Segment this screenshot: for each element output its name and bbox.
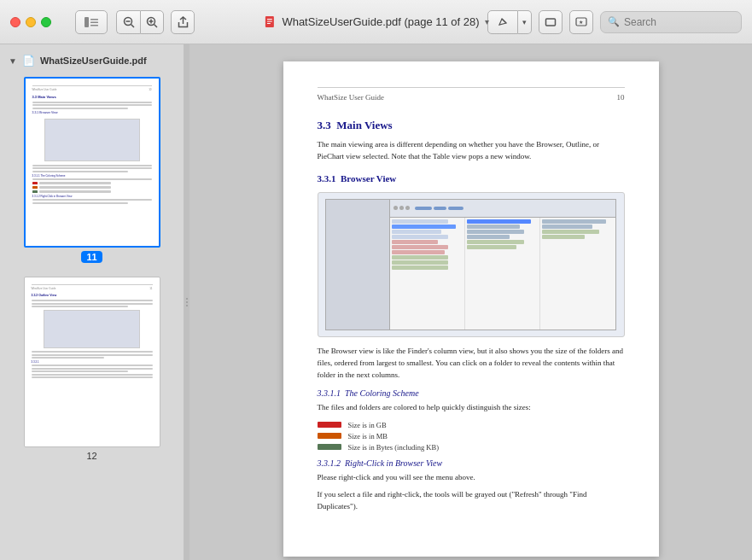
close-button[interactable]: [10, 17, 20, 27]
page-badge-11: 11: [81, 251, 102, 263]
svg-rect-0: [85, 17, 89, 27]
svg-rect-13: [266, 20, 271, 21]
sidebar-file-header[interactable]: ▼ 📄 WhatSizeUserGuide.pdf: [3, 51, 180, 70]
section-3-3-1-1-body: The files and folders are colored to hel…: [318, 402, 625, 414]
thumb-img-11: WhatSize User Guide 10 3.3 Main Views 3.…: [24, 77, 160, 248]
color-block-gb: [318, 422, 341, 428]
rectangle-tool-button[interactable]: [539, 10, 563, 34]
section-3-3-1-heading: 3.3.1 Browser View: [318, 173, 625, 184]
thumbnail-page-11[interactable]: WhatSize User Guide 10 3.3 Main Views 3.…: [3, 73, 180, 266]
footer-right: 10: [617, 93, 625, 102]
color-block-bytes: [318, 444, 341, 450]
svg-rect-1: [90, 19, 98, 20]
sidebar: ▼ 📄 WhatSizeUserGuide.pdf WhatSize User …: [0, 44, 184, 560]
share-button[interactable]: [171, 10, 195, 34]
toolbar-right: ▾ ★ 🔍: [487, 10, 742, 34]
page-content-area[interactable]: WhatSize User Guide 10 3.3 Main Views Th…: [189, 44, 752, 560]
color-label-gb: Size is in GB: [348, 421, 387, 429]
sidebar-doc-icon: 📄: [22, 55, 35, 67]
svg-line-8: [154, 24, 158, 27]
zoom-controls: [116, 10, 164, 34]
main-content: ▼ 📄 WhatSizeUserGuide.pdf WhatSize User …: [0, 44, 752, 560]
svg-rect-3: [90, 25, 98, 26]
color-row-bytes: Size is in Bytes (including KB): [318, 443, 625, 452]
pdf-page: WhatSize User Guide 10 3.3 Main Views Th…: [283, 61, 659, 557]
zoom-out-button[interactable]: [116, 10, 140, 34]
color-label-mb: Size is in MB: [348, 432, 388, 440]
svg-line-5: [131, 24, 134, 27]
svg-rect-2: [90, 21, 98, 23]
color-scheme: Size is in GB Size is in MB Size is in B…: [318, 421, 625, 452]
footer-left: WhatSize User Guide: [318, 93, 384, 102]
titlebar: WhatSizeUserGuide.pdf (page 11 of 28) ▾ …: [0, 0, 752, 44]
color-row-gb: Size is in GB: [318, 421, 625, 429]
thumbnail-list: WhatSize User Guide 10 3.3 Main Views 3.…: [3, 70, 180, 468]
search-input[interactable]: [624, 16, 726, 28]
minimize-button[interactable]: [26, 17, 36, 27]
sidebar-collapse-arrow: ▼: [9, 56, 17, 66]
title-caret[interactable]: ▾: [485, 17, 489, 26]
section-3-3-heading: 3.3 Main Views: [318, 119, 625, 132]
section-3-3-1-1-heading: 3.3.1.1 The Coloring Scheme: [318, 388, 625, 398]
window-title-area: WhatSizeUserGuide.pdf (page 11 of 28) ▾: [263, 15, 488, 29]
svg-text:★: ★: [579, 20, 583, 25]
section-3-3-1-2-body2: If you select a file and right-click, th…: [318, 489, 625, 513]
browser-view-screenshot: [318, 192, 625, 337]
sidebar-toggle-button[interactable]: [75, 10, 108, 34]
page-num-12: 12: [86, 451, 96, 461]
thumbnail-page-12[interactable]: WhatSize User Guide 11 3.3.2 Outline Vie…: [3, 273, 180, 464]
search-bar[interactable]: 🔍: [600, 11, 742, 33]
color-block-mb: [318, 433, 341, 439]
zoom-in-button[interactable]: [140, 10, 164, 34]
traffic-lights: [10, 17, 51, 27]
sidebar-file-name: WhatSizeUserGuide.pdf: [40, 55, 147, 66]
badge-tool-button[interactable]: ★: [569, 10, 593, 34]
color-row-mb: Size is in MB: [318, 432, 625, 440]
section-3-3-body: The main viewing area is different depen…: [318, 139, 625, 163]
section-3-3-1-body: The Browser view is like the Finder's co…: [318, 346, 625, 382]
maximize-button[interactable]: [41, 17, 51, 27]
annotation-dropdown-button[interactable]: ▾: [518, 10, 532, 34]
window-title: WhatSizeUserGuide.pdf (page 11 of 28): [282, 15, 479, 28]
svg-rect-16: [546, 19, 556, 26]
section-3-3-1-2-heading: 3.3.1.2 Right-Click in Browser View: [318, 458, 625, 468]
svg-line-15: [502, 19, 506, 23]
thumb-img-12: WhatSize User Guide 11 3.3.2 Outline Vie…: [24, 277, 160, 447]
pdf-icon: [263, 15, 277, 29]
toolbar-left: [75, 10, 195, 34]
annotation-pen-button[interactable]: [487, 10, 518, 34]
svg-rect-14: [266, 23, 270, 24]
svg-rect-12: [266, 19, 271, 20]
search-icon: 🔍: [608, 16, 620, 27]
section-3-3-1-2-body1: Please right-click and you will see the …: [318, 472, 625, 484]
page-footer: WhatSize User Guide 10: [318, 87, 625, 102]
color-label-bytes: Size is in Bytes (including KB): [348, 443, 439, 452]
